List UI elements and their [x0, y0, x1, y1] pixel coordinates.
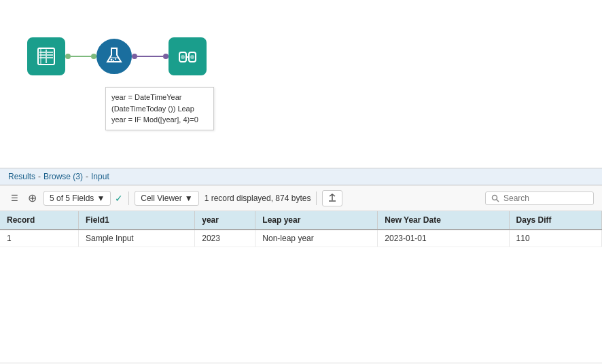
connector-1	[65, 54, 96, 59]
col-record: Record	[0, 211, 78, 230]
results-section: Results - Browse (3) - Input ☰ ⊕ 5 of 5 …	[0, 168, 602, 362]
cell-record: 1	[0, 230, 78, 247]
svg-point-8	[493, 195, 497, 200]
cell-viewer-label: Cell Viewer	[141, 194, 181, 203]
cell-leap-year: Non-leap year	[255, 230, 378, 247]
tooltip-text: year = DateTimeYear (DateTimeToday ()) L…	[111, 93, 198, 124]
svg-point-6	[181, 55, 185, 59]
list-icon[interactable]: ☰	[8, 192, 20, 204]
results-label: Results	[8, 172, 35, 181]
table-row: 1Sample Input2023Non-leap year2023-01-01…	[0, 230, 602, 247]
dot-3	[132, 54, 137, 59]
toolbar-left: 5 of 5 Fields ▼ ✓	[43, 191, 123, 206]
node-browse[interactable]	[169, 37, 207, 75]
results-bar: Results - Browse (3) - Input	[0, 168, 602, 185]
divider-1	[128, 192, 129, 205]
node-formula[interactable]	[96, 39, 132, 74]
node-input[interactable]	[27, 37, 65, 75]
cell-days-diff: 110	[509, 230, 601, 247]
results-dash1: -	[38, 172, 41, 181]
upload-button[interactable]	[322, 190, 342, 206]
line-2	[137, 56, 163, 57]
connect-icon[interactable]: ⊕	[26, 192, 38, 204]
svg-point-7	[190, 55, 194, 59]
cell-field1: Sample Input	[78, 230, 194, 247]
svg-point-3	[113, 60, 114, 61]
data-table: Record Field1 year Leap year New Year Da…	[0, 211, 602, 247]
search-icon	[491, 194, 499, 202]
dot-4	[163, 54, 169, 59]
results-browse: Browse (3)	[43, 172, 83, 181]
results-input: Input	[91, 172, 109, 181]
table-header: Record Field1 year Leap year New Year Da…	[0, 211, 602, 230]
fields-label: 5 of 5 Fields	[50, 194, 94, 203]
fields-dropdown-arrow: ▼	[96, 194, 105, 203]
col-new-year-date: New Year Date	[378, 211, 509, 230]
cell-viewer-arrow: ▼	[185, 194, 193, 203]
cell-viewer-button[interactable]: Cell Viewer ▼	[135, 191, 198, 206]
svg-point-2	[115, 58, 116, 60]
cell-new-year-date: 2023-01-01	[378, 230, 509, 247]
table-body: 1Sample Input2023Non-leap year2023-01-01…	[0, 230, 602, 247]
col-days-diff: Days Diff	[509, 211, 601, 230]
col-leap-year: Leap year	[255, 211, 378, 230]
canvas-area: year = DateTimeYear (DateTimeToday ()) L…	[0, 0, 602, 168]
formula-tooltip: year = DateTimeYear (DateTimeToday ()) L…	[105, 87, 214, 130]
table-container: Record Field1 year Leap year New Year Da…	[0, 211, 602, 362]
svg-line-9	[497, 199, 499, 202]
cell-year: 2023	[195, 230, 255, 247]
checkmark-icon: ✓	[115, 193, 123, 204]
dot-2	[91, 54, 96, 59]
search-box[interactable]	[485, 192, 594, 205]
col-field1: Field1	[78, 211, 194, 230]
toolbar: ☰ ⊕ 5 of 5 Fields ▼ ✓ Cell Viewer ▼ 1 re…	[0, 185, 602, 211]
divider-2	[316, 192, 317, 205]
col-year: year	[195, 211, 255, 230]
line-1	[71, 56, 91, 57]
fields-button[interactable]: 5 of 5 Fields ▼	[43, 191, 111, 206]
svg-point-1	[111, 59, 113, 61]
record-info: 1 record displayed, 874 bytes	[205, 194, 311, 203]
search-input[interactable]	[503, 194, 585, 203]
results-dash2: -	[86, 172, 88, 181]
workflow	[27, 37, 207, 75]
dot-1	[65, 54, 71, 59]
header-row: Record Field1 year Leap year New Year Da…	[0, 211, 602, 230]
connector-2	[132, 54, 169, 59]
